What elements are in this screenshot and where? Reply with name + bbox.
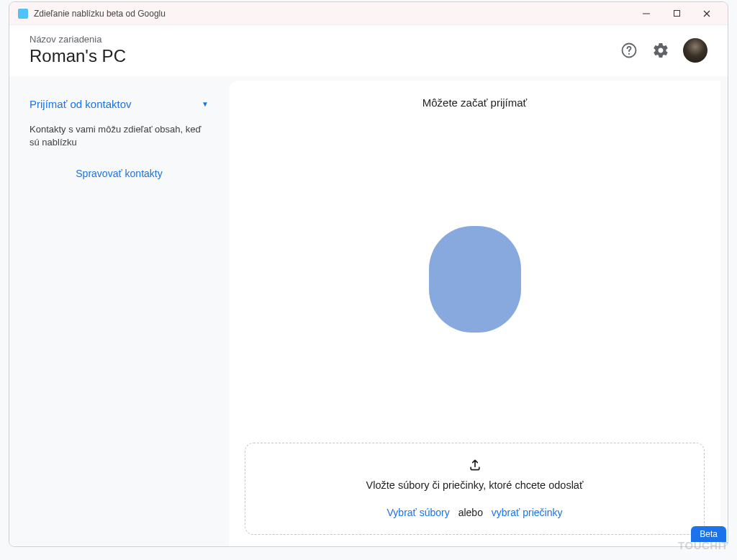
app-body: Prijímať od kontaktov ▼ Kontakty s vami … xyxy=(9,76,728,546)
settings-button[interactable] xyxy=(651,41,670,60)
upload-icon xyxy=(253,458,697,472)
window-titlebar: Zdieľanie nablízku beta od Googlu xyxy=(9,2,728,25)
maximize-button[interactable] xyxy=(661,4,692,24)
help-icon xyxy=(620,42,638,59)
minimize-button[interactable] xyxy=(631,4,661,24)
window-title: Zdieľanie nablízku beta od Googlu xyxy=(34,9,631,19)
close-button[interactable] xyxy=(692,4,722,24)
dropzone-actions: Vybrať súbory alebo vybrať priečinky xyxy=(253,507,697,518)
device-name-value: Roman's PC xyxy=(30,46,620,66)
sidebar: Prijímať od kontaktov ▼ Kontakty s vami … xyxy=(9,81,229,546)
app-window: Zdieľanie nablízku beta od Googlu Názov … xyxy=(9,1,728,547)
window-controls xyxy=(631,4,722,24)
visibility-description: Kontakty s vami môžu zdieľať obsah, keď … xyxy=(30,123,209,149)
device-info: Názov zariadenia Roman's PC xyxy=(30,34,620,66)
maximize-icon xyxy=(673,9,681,17)
chevron-down-icon: ▼ xyxy=(202,100,209,108)
svg-rect-1 xyxy=(674,11,679,17)
receive-animation-blob xyxy=(429,226,521,333)
app-icon xyxy=(18,9,28,19)
main-title: Môžete začať prijímať xyxy=(245,96,705,109)
beta-badge[interactable]: Beta xyxy=(691,526,726,542)
manage-contacts-link[interactable]: Spravovať kontakty xyxy=(30,168,209,179)
dropzone[interactable]: Vložte súbory či priečinky, ktoré chcete… xyxy=(245,443,705,535)
receive-area xyxy=(245,116,705,443)
visibility-dropdown[interactable]: Prijímať od kontaktov ▼ xyxy=(30,94,209,114)
close-icon xyxy=(702,9,711,18)
minimize-icon xyxy=(642,9,651,18)
device-name-label: Názov zariadenia xyxy=(30,34,620,45)
select-folders-link[interactable]: vybrať priečinky xyxy=(492,507,563,518)
avatar[interactable] xyxy=(683,38,707,63)
select-files-link[interactable]: Vybrať súbory xyxy=(387,507,450,518)
or-text: alebo xyxy=(458,507,483,518)
app-header: Názov zariadenia Roman's PC xyxy=(9,25,728,76)
header-actions xyxy=(620,38,707,63)
gear-icon xyxy=(652,42,669,59)
help-button[interactable] xyxy=(620,41,638,60)
main-panel: Môžete začať prijímať Vložte súbory či p… xyxy=(229,81,720,546)
visibility-dropdown-label: Prijímať od kontaktov xyxy=(30,98,132,110)
dropzone-text: Vložte súbory či priečinky, ktoré chcete… xyxy=(253,479,697,491)
svg-point-5 xyxy=(628,53,630,54)
